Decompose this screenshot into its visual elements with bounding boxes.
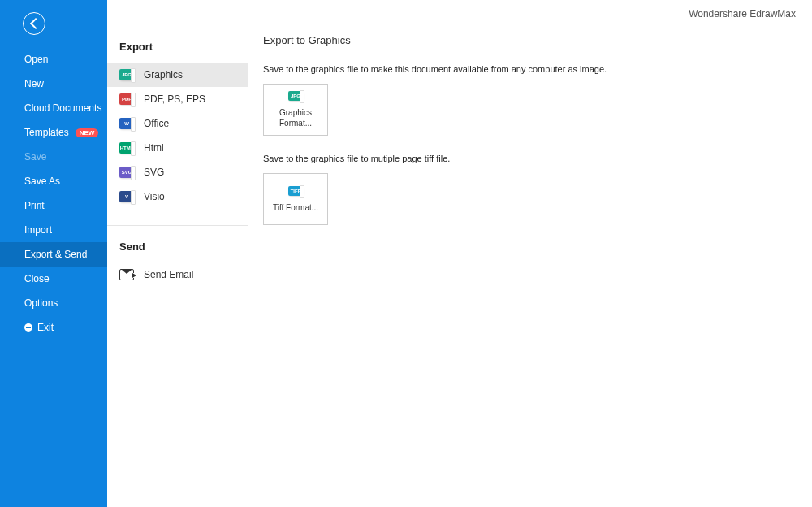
sidebar: Open New Cloud Documents Templates NEW S… <box>0 0 107 507</box>
sidebar-item-save: Save <box>0 145 107 169</box>
back-arrow-icon <box>29 18 41 29</box>
visio-icon: V <box>119 191 134 202</box>
content-desc-1: Save to the graphics file to make this d… <box>263 64 797 74</box>
format-item-pdf[interactable]: PDF PDF, PS, EPS <box>107 87 248 111</box>
sidebar-item-templates[interactable]: Templates NEW <box>0 120 107 145</box>
sidebar-label: Save As <box>24 176 60 187</box>
sidebar-label: Cloud Documents <box>24 102 102 114</box>
sidebar-item-open[interactable]: Open <box>0 47 107 72</box>
format-label: Office <box>144 118 169 129</box>
divider <box>107 225 248 226</box>
sidebar-item-exit[interactable]: Exit <box>0 315 107 340</box>
svg-icon: SVG <box>119 167 134 178</box>
email-icon <box>119 269 134 280</box>
sidebar-label: Export & Send <box>24 249 87 260</box>
back-button[interactable] <box>23 12 45 35</box>
new-badge: NEW <box>76 128 99 137</box>
format-label: Graphics <box>144 69 183 80</box>
sidebar-item-export-send[interactable]: Export & Send <box>0 242 107 266</box>
sidebar-item-cloud-documents[interactable]: Cloud Documents <box>0 96 107 120</box>
sidebar-label: Options <box>24 297 58 309</box>
format-item-html[interactable]: HTML Html <box>107 136 248 160</box>
tiff-icon: TIFF <box>288 186 303 196</box>
sidebar-item-options[interactable]: Options <box>0 291 107 315</box>
content-panel: Export to Graphics Save to the graphics … <box>248 0 812 507</box>
sidebar-item-new[interactable]: New <box>0 72 107 96</box>
sidebar-label: Close <box>24 273 50 284</box>
jpg-icon: JPG <box>119 69 134 80</box>
jpg-icon: JPG <box>288 91 303 101</box>
sidebar-item-close[interactable]: Close <box>0 266 107 291</box>
exit-icon <box>24 323 32 332</box>
sidebar-label: Import <box>24 224 52 236</box>
export-section-header: Export <box>107 34 248 63</box>
html-icon: HTML <box>119 142 134 154</box>
content-title: Export to Graphics <box>263 34 797 46</box>
sidebar-label: Exit <box>37 322 54 333</box>
sidebar-label: Templates <box>24 127 69 138</box>
sidebar-label: Open <box>24 54 48 65</box>
format-item-visio[interactable]: V Visio <box>107 184 248 209</box>
format-label: Html <box>144 142 164 154</box>
graphics-format-box[interactable]: JPG Graphics Format... <box>263 84 328 136</box>
sidebar-item-save-as[interactable]: Save As <box>0 169 107 193</box>
sidebar-label: Save <box>24 151 46 162</box>
sidebar-item-print[interactable]: Print <box>0 193 107 218</box>
sidebar-item-import[interactable]: Import <box>0 218 107 242</box>
middle-panel: Export JPG Graphics PDF PDF, PS, EPS W O… <box>107 0 248 507</box>
send-section-header: Send <box>107 234 248 262</box>
word-icon: W <box>119 118 134 129</box>
box-label: Graphics Format... <box>269 107 322 128</box>
sidebar-label: New <box>24 78 44 89</box>
format-item-office[interactable]: W Office <box>107 111 248 136</box>
send-label: Send Email <box>144 269 193 280</box>
format-label: Visio <box>144 191 165 202</box>
sidebar-label: Print <box>24 200 45 211</box>
box-label: Tiff Format... <box>273 202 318 213</box>
tiff-format-box[interactable]: TIFF Tiff Format... <box>263 173 328 225</box>
content-desc-2: Save to the graphics file to mutiple pag… <box>263 154 797 163</box>
format-item-svg[interactable]: SVG SVG <box>107 160 248 184</box>
format-item-graphics[interactable]: JPG Graphics <box>107 63 248 87</box>
format-label: PDF, PS, EPS <box>144 93 205 105</box>
pdf-icon: PDF <box>119 93 134 105</box>
send-email-item[interactable]: Send Email <box>107 262 248 287</box>
format-label: SVG <box>144 167 164 178</box>
